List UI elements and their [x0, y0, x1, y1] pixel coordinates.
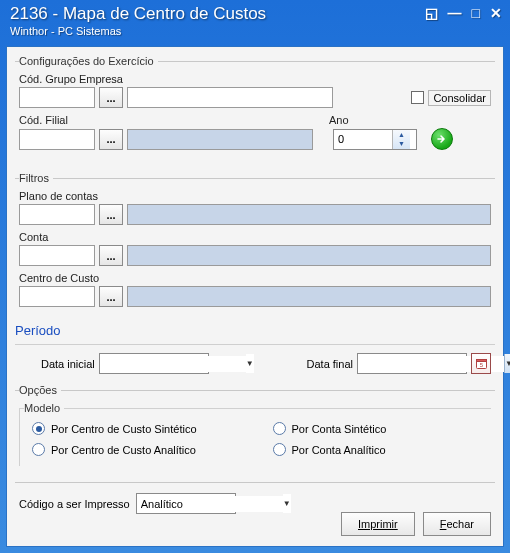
data-final-combo[interactable]: ▼	[357, 353, 467, 374]
centro-name	[127, 286, 491, 307]
filial-code-input[interactable]	[19, 129, 95, 150]
data-inicial-input[interactable]	[100, 356, 246, 372]
conta-code-input[interactable]	[19, 245, 95, 266]
group-exercicio: Configurações do Exercício Cód. Grupo Em…	[15, 55, 495, 166]
periodo-legend: Período	[15, 323, 495, 338]
radio-sintetico-cc[interactable]: Por Centro de Custo Sintético	[32, 422, 243, 435]
centro-code-input[interactable]	[19, 286, 95, 307]
chevron-down-icon[interactable]: ▼	[246, 354, 254, 373]
ano-spinner[interactable]: ▲ ▼	[333, 129, 417, 150]
radio-analitico-cc[interactable]: Por Centro de Custo Analítico	[32, 443, 243, 456]
centro-label: Centro de Custo	[19, 272, 491, 284]
radio-sintetico-conta-label: Por Conta Sintético	[292, 423, 387, 435]
plano-name	[127, 204, 491, 225]
chevron-down-icon[interactable]: ▼	[283, 494, 291, 513]
client-area: Configurações do Exercício Cód. Grupo Em…	[6, 46, 504, 547]
radio-icon	[32, 443, 45, 456]
grupo-empresa-lookup-button[interactable]: ...	[99, 87, 123, 108]
chevron-down-icon[interactable]: ▼	[504, 354, 510, 373]
consolidar-checkbox[interactable]	[411, 91, 424, 104]
group-filtros: Filtros Plano de contas ... Conta ... Ce…	[15, 172, 495, 317]
maximize-button[interactable]: □	[472, 6, 480, 20]
ano-label: Ano	[329, 114, 349, 126]
radio-analitico-cc-label: Por Centro de Custo Analítico	[51, 444, 196, 456]
group-exercicio-legend: Configurações do Exercício	[19, 55, 158, 67]
data-final-label: Data final	[307, 358, 353, 370]
group-opcoes-legend: Opções	[19, 384, 61, 396]
radio-icon	[273, 443, 286, 456]
codigo-impresso-combo[interactable]: ▼	[136, 493, 236, 514]
filial-label: Cód. Filial	[19, 114, 329, 126]
grupo-empresa-code-input[interactable]	[19, 87, 95, 108]
radio-icon	[32, 422, 45, 435]
radio-icon	[273, 422, 286, 435]
codigo-impresso-input[interactable]	[137, 496, 283, 512]
filial-name	[127, 129, 313, 150]
calendar-button[interactable]: 5	[471, 353, 491, 374]
consolidar-label: Consolidar	[428, 90, 491, 106]
window-subtitle: Winthor - PC Sistemas	[10, 25, 502, 37]
ano-up-button[interactable]: ▲	[393, 130, 410, 140]
close-button[interactable]: ✕	[490, 6, 502, 20]
plano-lookup-button[interactable]: ...	[99, 204, 123, 225]
radio-analitico-conta-label: Por Conta Analítico	[292, 444, 386, 456]
conta-label: Conta	[19, 231, 491, 243]
grupo-empresa-name	[127, 87, 333, 108]
fechar-button[interactable]: Fechar	[423, 512, 491, 536]
arrow-right-icon	[437, 134, 447, 144]
data-inicial-combo[interactable]: ▼	[99, 353, 209, 374]
radio-sintetico-conta[interactable]: Por Conta Sintético	[273, 422, 484, 435]
calendar-icon: 5	[475, 357, 488, 370]
titlebar: 2136 - Mapa de Centro de Custos Winthor …	[0, 0, 510, 44]
ano-down-button[interactable]: ▼	[393, 139, 410, 149]
modelo-label: Modelo	[24, 402, 64, 414]
codigo-impresso-label: Código a ser Impresso	[19, 498, 130, 510]
plano-code-input[interactable]	[19, 204, 95, 225]
group-opcoes: Opções Modelo Por Centro de Custo Sintét…	[15, 384, 495, 476]
group-filtros-legend: Filtros	[19, 172, 53, 184]
data-inicial-label: Data inicial	[41, 358, 95, 370]
grupo-empresa-label: Cód. Grupo Empresa	[19, 73, 491, 85]
periodo-divider	[15, 344, 495, 345]
imprimir-button[interactable]: Imprimir	[341, 512, 415, 536]
conta-lookup-button[interactable]: ...	[99, 245, 123, 266]
conta-name	[127, 245, 491, 266]
filial-lookup-button[interactable]: ...	[99, 129, 123, 150]
go-button[interactable]	[431, 128, 453, 150]
radio-sintetico-cc-label: Por Centro de Custo Sintético	[51, 423, 197, 435]
radio-analitico-conta[interactable]: Por Conta Analítico	[273, 443, 484, 456]
app-window: 2136 - Mapa de Centro de Custos Winthor …	[0, 0, 510, 553]
plano-label: Plano de contas	[19, 190, 491, 202]
centro-lookup-button[interactable]: ...	[99, 286, 123, 307]
popout-icon[interactable]: ◱	[425, 6, 438, 20]
minimize-button[interactable]: —	[448, 6, 462, 20]
ano-input[interactable]	[334, 130, 392, 149]
